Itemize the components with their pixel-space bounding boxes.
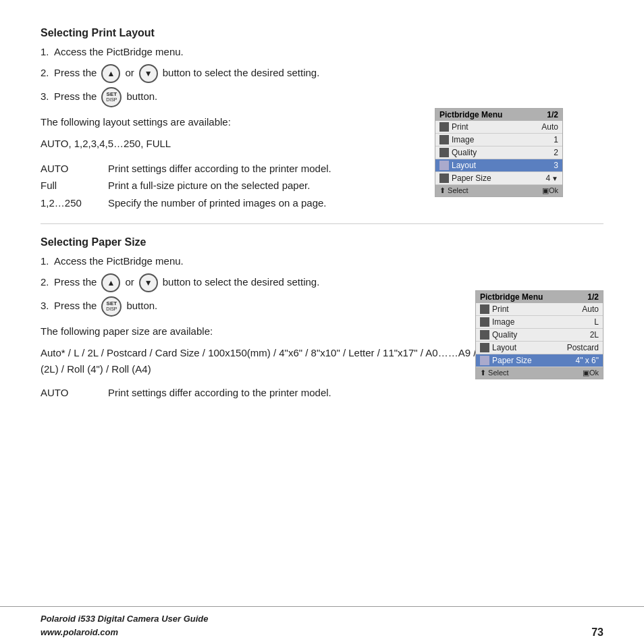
step1-3: 3. Press the SET DISP button. <box>41 87 603 107</box>
table-row: AUTO Print settings differ according to … <box>41 384 603 402</box>
menu-footer-select-2: ⬆ Select <box>480 369 509 377</box>
menu-label-layout-2: Layout <box>492 343 516 352</box>
auto-col1-s2: AUTO <box>41 384 101 402</box>
menu-row-image-1: Image 1 <box>435 134 562 146</box>
footer-line2: www.polaroid.com <box>41 626 209 639</box>
menu-row-layout-2: Layout Postcard <box>476 342 603 354</box>
menu-value-image-1: 1 <box>554 135 558 144</box>
menu-value-print-1: Auto <box>541 122 558 132</box>
menu-row-quality-2: Quality 2L <box>476 329 603 342</box>
menu-label-image-1: Image <box>452 135 474 144</box>
menu-value-papersize-1: 4 ▼ <box>545 173 558 183</box>
menu-label-quality-2: Quality <box>492 330 517 340</box>
step-num: 3. <box>41 298 49 314</box>
set-label: SET <box>107 92 117 97</box>
footer-page-number: 73 <box>591 626 603 639</box>
set-disp-button-2[interactable]: SET DISP <box>101 296 122 317</box>
page: Selecting Print Layout 1. Access the Pic… <box>0 0 644 644</box>
or-text: or <box>125 65 134 81</box>
print-icon-1 <box>439 122 449 132</box>
or-text-2: or <box>125 275 134 290</box>
menu-value-layout-2: Postcard <box>567 343 599 352</box>
step2-3-text: Press the <box>54 298 97 314</box>
menu-label-quality-1: Quality <box>452 148 477 157</box>
section2-auto-table: AUTO Print settings differ according to … <box>41 384 603 402</box>
step2-2-text: Press the <box>54 275 97 290</box>
menu-label-layout-1: Layout <box>452 161 476 170</box>
papersize-icon-1 <box>439 173 449 183</box>
pictbridge-menu-2: Pictbridge Menu 1/2 Print Auto Image L <box>475 290 603 379</box>
step-num: 2. <box>41 275 49 290</box>
step-num: 1. <box>41 45 49 60</box>
print-icon-2 <box>480 304 489 314</box>
step1-2-text: Press the <box>54 65 97 81</box>
step1-2-text2: button to select the desired setting. <box>163 65 320 81</box>
step1-2: 2. Press the ▲ or ▼ button to select the… <box>41 64 603 83</box>
section1-steps: 1. Access the PictBridge menu. 2. Press … <box>41 45 603 107</box>
menu-row-layout-1: Layout 3 <box>435 159 562 172</box>
menu-row-quality-1: Quality 2 <box>435 146 562 159</box>
step2-2: 2. Press the ▲ or ▼ button to select the… <box>41 273 603 292</box>
step1-3-text: Press the <box>54 89 97 105</box>
step1-3-text2: button. <box>126 89 157 105</box>
step1-1: 1. Access the PictBridge menu. <box>41 45 603 60</box>
step2-3-text2: button. <box>126 298 157 314</box>
menu-label-image-2: Image <box>492 317 514 327</box>
auto-col2-s2: Print settings differ according to the p… <box>108 384 331 402</box>
menu-header-2: Pictbridge Menu 1/2 <box>476 291 603 303</box>
footer-left: Polaroid i533 Digital Camera User Guide … <box>41 612 209 639</box>
menu-label-papersize-2: Paper Size <box>492 356 532 365</box>
quality-icon-1 <box>439 148 449 157</box>
step2-1: 1. Access the PictBridge menu. <box>41 254 603 269</box>
section2-title: Selecting Paper Size <box>41 236 603 248</box>
menu-footer-2: ⬆ Select ▣Ok <box>476 367 603 379</box>
menu-page-2: 1/2 <box>587 292 599 302</box>
menu-title-2: Pictbridge Menu <box>480 292 543 302</box>
num-col1: 1,2…250 <box>41 194 101 212</box>
auto-col2: Print settings differ according to the p… <box>108 160 331 178</box>
menu-row-papersize-2: Paper Size 4" x 6" <box>476 354 603 367</box>
up-arrow-button[interactable]: ▲ <box>101 64 120 83</box>
image-icon-1 <box>439 135 449 144</box>
menu-value-layout-1: 3 <box>554 161 558 170</box>
menu-footer-select-1: ⬆ Select <box>439 186 468 195</box>
up-arrow-button-2[interactable]: ▲ <box>101 273 120 292</box>
section-paper-size: Selecting Paper Size 1. Access the PictB… <box>41 236 603 401</box>
num-col2: Specify the number of printed images on … <box>108 194 327 212</box>
menu-row-image-2: Image L <box>476 316 603 329</box>
auto-col1: AUTO <box>41 160 101 178</box>
layout-icon-2 <box>480 343 489 352</box>
menu-value-print-2: Auto <box>582 304 599 314</box>
menu-footer-1: ⬆ Select ▣Ok <box>435 185 562 196</box>
menu-title-1: Pictbridge Menu <box>439 110 502 119</box>
menu-value-quality-1: 2 <box>554 148 558 157</box>
menu-value-quality-2: 2L <box>590 330 599 340</box>
menu-value-image-2: L <box>594 317 599 327</box>
menu-label-print-1: Print <box>452 122 468 132</box>
menu-page-1: 1/2 <box>547 110 558 119</box>
footer-line1: Polaroid i533 Digital Camera User Guide <box>41 612 209 626</box>
image-icon-2 <box>480 317 489 327</box>
full-col2: Print a full-size picture on the selecte… <box>108 177 310 194</box>
step2-1-text: Access the PictBridge menu. <box>54 255 184 267</box>
menu-value-papersize-2: 4" x 6" <box>575 356 599 365</box>
menu-row-print-1: Print Auto <box>435 121 562 134</box>
menu-label-papersize-1: Paper Size <box>452 173 491 183</box>
down-arrow-button[interactable]: ▼ <box>139 64 158 83</box>
menu-footer-ok-1: ▣Ok <box>542 186 558 195</box>
step2-2-text2: button to select the desired setting. <box>163 275 320 290</box>
menu-label-print-2: Print <box>492 304 509 314</box>
menu-row-papersize-1: Paper Size 4 ▼ <box>435 172 562 185</box>
quality-icon-2 <box>480 330 489 340</box>
step-num: 3. <box>41 89 49 105</box>
section1-title: Selecting Print Layout <box>41 27 603 39</box>
set-disp-button[interactable]: SET DISP <box>101 87 122 107</box>
section-divider <box>41 223 603 224</box>
menu-header-1: Pictbridge Menu 1/2 <box>435 109 562 121</box>
page-footer: Polaroid i533 Digital Camera User Guide … <box>0 606 644 644</box>
menu-row-print-2: Print Auto <box>476 303 603 316</box>
step1-1-text: Access the PictBridge menu. <box>54 46 184 57</box>
pictbridge-menu-1: Pictbridge Menu 1/2 Print Auto Image 1 <box>435 108 563 197</box>
step-num: 2. <box>41 65 49 81</box>
down-arrow-button-2[interactable]: ▼ <box>139 273 158 292</box>
